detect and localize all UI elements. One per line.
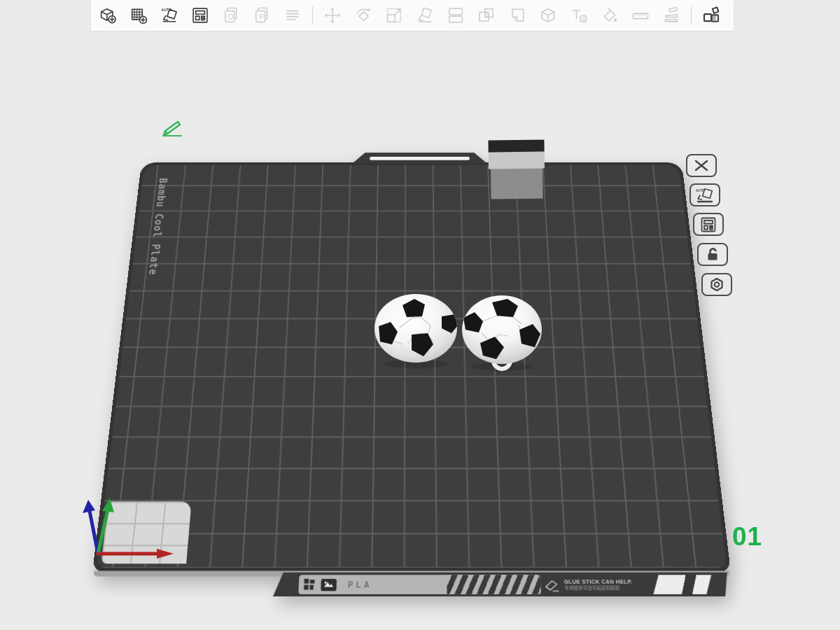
toolbar-separator	[691, 6, 692, 24]
plate-corner-tab	[652, 575, 713, 594]
toolbar-separator	[312, 6, 313, 24]
arrange-icon	[699, 216, 718, 233]
text-tool-icon: T a	[568, 4, 590, 27]
close-icon	[693, 159, 710, 173]
edit-plate-name-icon[interactable]	[160, 114, 185, 138]
auto-orient-icon[interactable]: AUTO	[158, 4, 181, 27]
filament-label: PLA	[348, 580, 372, 589]
plate-handle	[353, 153, 486, 163]
assembly-view-icon[interactable]	[700, 4, 722, 27]
glue-hint-en: GLUE STICK CAN HELP.	[564, 578, 633, 584]
scale-icon	[383, 4, 405, 27]
move-icon	[321, 4, 344, 27]
auto-orient-icon: AUTO	[695, 187, 715, 204]
split-to-objects-icon	[444, 4, 467, 27]
color-painting-icon	[598, 4, 621, 27]
arrange-icon[interactable]	[189, 4, 211, 27]
object-list-icon	[281, 4, 304, 27]
plate-info-panel: PLA	[298, 575, 541, 594]
plate-number: 01	[732, 522, 762, 552]
text-tool-glyph-main: T	[573, 7, 580, 22]
split-to-parts-icon	[475, 4, 498, 27]
variable-layer-height-icon	[506, 4, 528, 27]
prime-tower-band	[489, 151, 545, 169]
viewport-3d[interactable]: AUTO O	[0, 0, 840, 630]
prime-tower[interactable]	[488, 139, 545, 199]
plate-handle-slot	[370, 157, 470, 160]
glue-hint: GLUE STICK CAN HELP. 专用胶棒可改善粘接和脱模	[543, 575, 634, 594]
rotate-icon	[352, 4, 374, 27]
hazard-stripes	[447, 575, 541, 594]
x-axis-arrow	[157, 549, 174, 559]
soccer-ball-half-with-loop[interactable]	[461, 293, 546, 375]
axis-indicator	[77, 490, 182, 567]
document-p-glyph: P	[259, 13, 264, 21]
soccer-ball-half[interactable]	[372, 291, 461, 370]
measure-icon	[629, 4, 652, 27]
y-axis-arrow	[102, 498, 114, 512]
mesh-boolean-icon	[537, 4, 559, 27]
text-tool-glyph-sub: a	[582, 16, 585, 22]
lay-on-face-icon	[414, 4, 436, 27]
document-o-icon: O	[220, 4, 242, 27]
prime-tower-body	[491, 168, 543, 199]
document-p-icon: P	[251, 4, 273, 27]
lock-open-icon	[704, 246, 722, 263]
add-object-icon[interactable]	[97, 4, 119, 27]
plate-label-bar: PLA GLUE STICK CAN HELP. 专用胶棒可改善粘接和脱模	[273, 573, 730, 597]
delete-plate-button[interactable]	[686, 154, 717, 177]
bambu-logo-icon	[303, 578, 316, 591]
glue-stick-icon	[543, 578, 561, 592]
arrange-plate-button[interactable]	[693, 213, 724, 236]
glue-hint-cn: 专用胶棒可改善粘接和脱模	[564, 585, 633, 591]
nut-icon	[708, 276, 726, 293]
main-toolbar: AUTO O	[91, 0, 734, 31]
plate-type-icon	[320, 578, 337, 592]
z-axis-arrow	[83, 500, 95, 513]
lock-plate-button[interactable]	[697, 243, 728, 266]
seam-painting-icon	[660, 4, 682, 27]
document-o-glyph: O	[227, 13, 233, 21]
plate-settings-button[interactable]	[701, 273, 732, 296]
auto-orient-plate-button[interactable]: AUTO	[690, 183, 720, 206]
prime-tower-top	[488, 139, 544, 152]
add-plate-icon[interactable]	[127, 4, 150, 27]
